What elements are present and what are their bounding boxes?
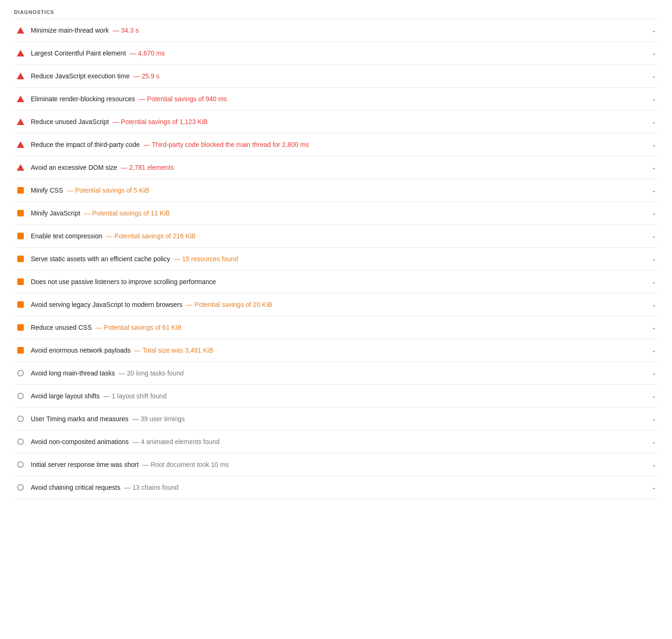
item-label: Avoid chaining critical requests — 13 ch…	[31, 484, 179, 491]
diagnostic-item-chaining-requests[interactable]: Avoid chaining critical requests — 13 ch…	[14, 476, 658, 499]
triangle-icon	[16, 49, 25, 58]
square-icon	[16, 231, 25, 241]
triangle-icon	[16, 163, 25, 172]
square-icon	[16, 208, 25, 218]
chevron-icon: ⌄	[651, 256, 656, 262]
item-label: Avoid non-composited animations — 4 anim…	[31, 438, 220, 445]
circle-icon	[16, 368, 25, 378]
chevron-icon: ⌄	[651, 233, 656, 239]
item-detail: — Potential savings of 20 KiB	[186, 301, 272, 308]
item-left: Reduce the impact of third-party code — …	[16, 140, 646, 149]
circle-icon	[16, 460, 25, 469]
item-left: User Timing marks and measures — 39 user…	[16, 414, 646, 424]
item-left: Avoid an excessive DOM size — 2,781 elem…	[16, 163, 646, 172]
item-detail: — 1 layout shift found	[104, 392, 167, 400]
item-left: Minimize main-thread work — 34.3 s	[16, 26, 646, 35]
item-left: Avoid enormous network payloads — Total …	[16, 346, 646, 355]
item-detail: — 13 chains found	[124, 484, 179, 491]
diagnostic-item-eliminate-render-blocking[interactable]: Eliminate render-blocking resources — Po…	[14, 88, 658, 111]
item-detail: — 34.3 s	[112, 27, 139, 34]
diagnostic-item-cache-policy[interactable]: Serve static assets with an efficient ca…	[14, 248, 658, 271]
diagnostic-item-user-timing[interactable]: User Timing marks and measures — 39 user…	[14, 408, 658, 431]
item-left: Avoid long main-thread tasks — 20 long t…	[16, 368, 646, 378]
item-label: Avoid serving legacy JavaScript to moder…	[31, 301, 272, 308]
circle-icon	[16, 414, 25, 424]
item-label: Minify CSS — Potential savings of 5 KiB	[31, 187, 149, 194]
item-left: Avoid non-composited animations — 4 anim…	[16, 437, 646, 446]
diagnostic-list: Minimize main-thread work — 34.3 s ⌄ Lar…	[14, 19, 658, 499]
item-detail: — Potential savings of 5 KiB	[67, 187, 149, 194]
chevron-icon: ⌄	[651, 484, 656, 491]
diagnostic-item-non-composited-animations[interactable]: Avoid non-composited animations — 4 anim…	[14, 431, 658, 453]
item-left: Serve static assets with an efficient ca…	[16, 254, 646, 264]
item-left: Avoid large layout shifts — 1 layout shi…	[16, 391, 646, 401]
chevron-icon: ⌄	[651, 324, 656, 331]
item-left: Does not use passive listeners to improv…	[16, 277, 646, 286]
diagnostic-item-legacy-js[interactable]: Avoid serving legacy JavaScript to moder…	[14, 293, 658, 316]
chevron-icon: ⌄	[651, 50, 656, 56]
item-detail: — Potential savings of 61 KiB	[96, 324, 182, 331]
item-detail: — Potential savings of 940 ms	[139, 95, 227, 103]
square-icon	[16, 277, 25, 286]
item-label: Minimize main-thread work — 34.3 s	[31, 27, 139, 34]
chevron-icon: ⌄	[651, 370, 656, 376]
diagnostic-item-dom-size[interactable]: Avoid an excessive DOM size — 2,781 elem…	[14, 156, 658, 179]
diagnostic-item-layout-shifts[interactable]: Avoid large layout shifts — 1 layout shi…	[14, 385, 658, 408]
item-detail: — Potential savings of 11 KiB	[84, 209, 170, 217]
item-label: Minify JavaScript — Potential savings of…	[31, 209, 170, 217]
item-detail: — Potential savings of 1,123 KiB	[112, 118, 208, 125]
diagnostic-item-reduce-js-execution[interactable]: Reduce JavaScript execution time — 25.9 …	[14, 65, 658, 88]
diagnostic-item-reduce-unused-js[interactable]: Reduce unused JavaScript — Potential sav…	[14, 111, 658, 133]
item-detail: — Total size was 3,491 KiB	[134, 347, 213, 354]
item-detail: — Third-party code blocked the main thre…	[143, 141, 309, 148]
section-title: DIAGNOSTICS	[14, 9, 658, 15]
chevron-icon: ⌄	[651, 73, 656, 79]
square-icon	[16, 300, 25, 309]
item-left: Minify CSS — Potential savings of 5 KiB	[16, 186, 646, 195]
chevron-icon: ⌄	[651, 301, 656, 308]
square-icon	[16, 323, 25, 332]
diagnostic-item-minimize-main-thread[interactable]: Minimize main-thread work — 34.3 s ⌄	[14, 19, 658, 42]
diagnostic-item-third-party-code[interactable]: Reduce the impact of third-party code — …	[14, 133, 658, 156]
square-icon	[16, 346, 25, 355]
diagnostic-item-unused-css[interactable]: Reduce unused CSS — Potential savings of…	[14, 316, 658, 339]
item-detail: — 25.9 s	[133, 72, 160, 80]
diagnostic-item-server-response[interactable]: Initial server response time was short —…	[14, 453, 658, 476]
triangle-icon	[16, 71, 25, 81]
item-label: Largest Contentful Paint element — 4,670…	[31, 49, 165, 57]
diagnostic-item-minify-css[interactable]: Minify CSS — Potential savings of 5 KiB …	[14, 179, 658, 202]
triangle-icon	[16, 94, 25, 104]
chevron-icon: ⌄	[651, 164, 656, 171]
chevron-icon: ⌄	[651, 416, 656, 422]
item-detail: — 4 animated elements found	[133, 438, 220, 445]
circle-icon	[16, 391, 25, 401]
chevron-icon: ⌄	[651, 210, 656, 216]
item-detail: — 39 user timings	[132, 415, 185, 423]
triangle-icon	[16, 26, 25, 35]
diagnostic-item-text-compression[interactable]: Enable text compression — Potential savi…	[14, 225, 658, 248]
diagnostics-container: DIAGNOSTICS Minimize main-thread work — …	[0, 0, 672, 508]
diagnostic-item-passive-listeners[interactable]: Does not use passive listeners to improv…	[14, 271, 658, 293]
chevron-icon: ⌄	[651, 347, 656, 354]
item-label: Avoid an excessive DOM size — 2,781 elem…	[31, 164, 174, 171]
item-label: Eliminate render-blocking resources — Po…	[31, 95, 227, 103]
item-left: Avoid chaining critical requests — 13 ch…	[16, 483, 646, 492]
circle-icon	[16, 483, 25, 492]
chevron-icon: ⌄	[651, 461, 656, 468]
diagnostic-item-network-payloads[interactable]: Avoid enormous network payloads — Total …	[14, 339, 658, 362]
item-left: Initial server response time was short —…	[16, 460, 646, 469]
item-label: Reduce JavaScript execution time — 25.9 …	[31, 72, 160, 80]
chevron-icon: ⌄	[651, 27, 656, 34]
item-detail: — 2,781 elements	[121, 164, 174, 171]
chevron-icon: ⌄	[651, 187, 656, 194]
item-label: Avoid large layout shifts — 1 layout shi…	[31, 392, 167, 400]
item-detail: — 4,670 ms	[130, 49, 165, 57]
diagnostic-item-long-tasks[interactable]: Avoid long main-thread tasks — 20 long t…	[14, 362, 658, 385]
square-icon	[16, 186, 25, 195]
diagnostic-item-minify-js[interactable]: Minify JavaScript — Potential savings of…	[14, 202, 658, 225]
item-detail: — Potential savings of 216 KiB	[106, 232, 196, 240]
chevron-icon: ⌄	[651, 393, 656, 399]
item-left: Enable text compression — Potential savi…	[16, 231, 646, 241]
diagnostic-item-largest-contentful-paint[interactable]: Largest Contentful Paint element — 4,670…	[14, 42, 658, 65]
square-icon	[16, 254, 25, 264]
